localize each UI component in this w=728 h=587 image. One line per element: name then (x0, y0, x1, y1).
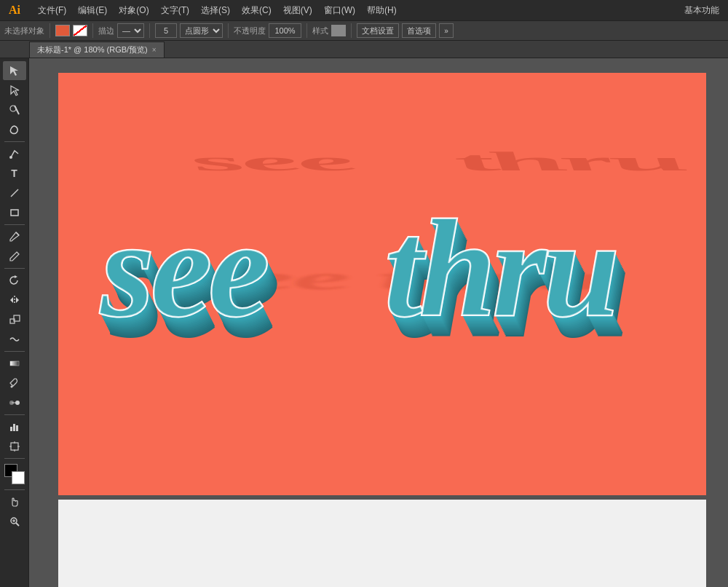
canvas-area[interactable]: see thru see thru (29, 58, 728, 587)
divider-4 (228, 23, 229, 38)
svg-point-2 (9, 156, 12, 159)
blend-tool-btn[interactable] (3, 393, 26, 412)
magic-wand-tool-btn[interactable] (3, 101, 26, 119)
svg-point-1 (10, 106, 16, 111)
tool-separator-7 (4, 489, 25, 490)
fill-swatch[interactable] (55, 25, 70, 36)
svg-text:thru: thru (384, 192, 616, 345)
selection-label: 未选择对象 (4, 25, 44, 36)
menu-effect[interactable]: 效果(C) (236, 1, 277, 20)
menu-window[interactable]: 窗口(W) (318, 1, 361, 20)
menu-text[interactable]: 文字(T) (155, 1, 195, 20)
brush-shape-dropdown[interactable]: 点圆形 (180, 23, 223, 38)
column-graph-tool-btn[interactable] (3, 417, 26, 436)
stroke-swatch[interactable] (73, 25, 87, 36)
tool-separator-6 (4, 458, 25, 459)
paintbrush-tool-btn[interactable] (3, 227, 26, 246)
artwork-svg: see thru see thru (58, 73, 706, 495)
svg-line-21 (16, 523, 19, 526)
menu-select[interactable]: 选择(S) (195, 1, 236, 20)
svg-text:thru: thru (436, 146, 698, 176)
pen-tool-btn[interactable] (3, 144, 26, 163)
menu-view[interactable]: 视图(V) (277, 1, 318, 20)
divider-2 (92, 23, 93, 38)
tab-title: 未标题-1* @ 180% (RGB/预览) (37, 44, 148, 55)
divider-5 (306, 23, 307, 38)
warp-tool-btn[interactable] (3, 330, 26, 349)
reflect-tool-btn[interactable] (3, 291, 26, 310)
menu-file[interactable]: 文件(F) (32, 1, 72, 20)
tool-separator-2 (4, 224, 25, 225)
main-layout: T (0, 58, 728, 587)
scale-tool-btn[interactable] (3, 310, 26, 329)
style-swatch[interactable] (331, 25, 346, 36)
eyedropper-tool-btn[interactable] (3, 374, 26, 393)
document-tab[interactable]: 未标题-1* @ 180% (RGB/预览) × (29, 42, 165, 58)
type-tool-btn[interactable]: T (3, 164, 26, 183)
color-swatches[interactable] (3, 464, 26, 484)
stroke-label: 描边 (98, 25, 114, 36)
svg-rect-13 (13, 424, 15, 431)
tab-bar: 未标题-1* @ 180% (RGB/预览) × (0, 41, 728, 58)
opacity-input[interactable] (269, 23, 301, 38)
svg-text:see: see (170, 146, 370, 176)
white-area-below-artboard (58, 500, 706, 587)
svg-text:see: see (99, 192, 267, 345)
divider-1 (50, 23, 50, 38)
svg-line-3 (11, 189, 18, 197)
preferences-btn[interactable]: 首选项 (402, 23, 436, 38)
style-label: 样式 (312, 25, 328, 36)
line-tool-btn[interactable] (3, 184, 26, 202)
lasso-tool-btn[interactable] (3, 120, 26, 139)
artboard-tool-btn[interactable] (3, 437, 26, 456)
divider-6 (351, 23, 352, 38)
tool-separator-5 (4, 414, 25, 415)
gradient-tool-btn[interactable] (3, 354, 26, 373)
hand-tool-btn[interactable] (3, 492, 26, 511)
more-options-icon[interactable]: » (439, 23, 454, 38)
svg-rect-8 (10, 361, 19, 366)
menu-help[interactable]: 帮助(H) (361, 1, 403, 20)
workspace-label: 基本功能 (684, 4, 725, 17)
zoom-tool-btn[interactable] (3, 512, 26, 531)
selection-tool-btn[interactable] (3, 61, 26, 80)
artboard[interactable]: see thru see thru (58, 73, 706, 495)
ai-logo: Ai (3, 4, 26, 17)
svg-rect-4 (11, 210, 18, 216)
menu-edit[interactable]: 编辑(E) (72, 1, 113, 20)
tab-close-btn[interactable]: × (152, 46, 157, 54)
direct-selection-tool-btn[interactable] (3, 81, 26, 100)
rotate-tool-btn[interactable] (3, 271, 26, 290)
menu-bar: Ai 文件(F) 编辑(E) 对象(O) 文字(T) 选择(S) 效果(C) 视… (0, 0, 728, 20)
rect-tool-btn[interactable] (3, 203, 26, 222)
opacity-label: 不透明度 (234, 25, 266, 36)
tool-separator-3 (4, 268, 25, 269)
svg-rect-14 (16, 425, 18, 431)
divider-3 (149, 23, 150, 38)
brush-size-input[interactable] (155, 23, 177, 38)
menu-object[interactable]: 对象(O) (113, 1, 154, 20)
tool-separator-1 (4, 141, 25, 142)
left-toolbar: T (0, 58, 29, 587)
svg-rect-12 (10, 427, 12, 431)
pencil-tool-btn[interactable] (3, 247, 26, 266)
svg-rect-15 (11, 443, 18, 450)
stroke-dropdown[interactable]: — (117, 23, 144, 38)
top-toolbar: 未选择对象 描边 — 点圆形 不透明度 样式 文档设置 首选项 » (0, 20, 728, 41)
tool-separator-4 (4, 351, 25, 352)
background-swatch[interactable] (12, 471, 25, 484)
document-setup-btn[interactable]: 文档设置 (357, 23, 399, 38)
